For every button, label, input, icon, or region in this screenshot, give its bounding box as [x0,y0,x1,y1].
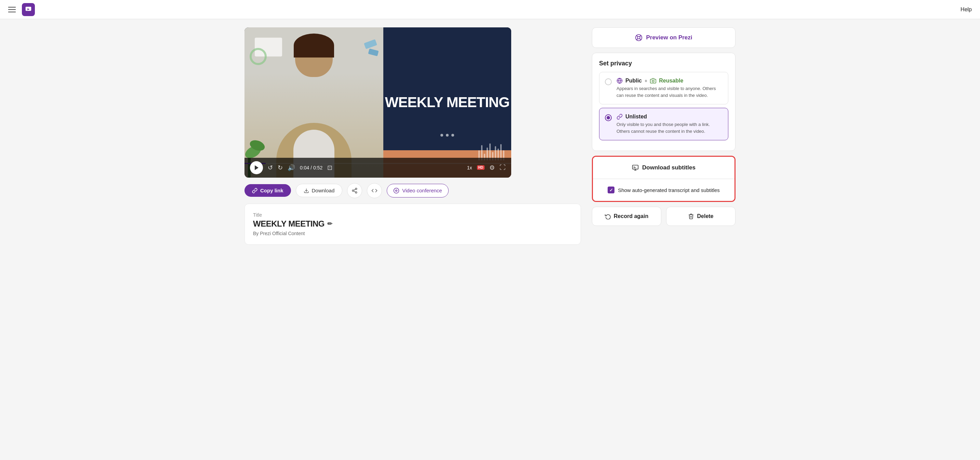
video-thumbnail: WEEKLY MEETING [245,27,511,177]
subtitles-section: Download subtitles Show auto-generated t… [592,156,735,202]
record-again-button[interactable]: Record again [592,207,661,226]
privacy-unlisted-header: Unlisted [617,113,722,120]
radio-unlisted[interactable] [605,114,612,121]
radio-public[interactable] [605,78,612,85]
right-controls: 1x HD ⚙ ⛶ [467,164,506,171]
transcript-toggle[interactable]: Show auto-generated transcript and subti… [593,179,735,201]
privacy-title: Set privacy [599,60,728,67]
settings-icon[interactable]: ⚙ [489,164,495,171]
action-bar: Copy link Download [245,183,581,204]
transcript-checkbox[interactable] [608,187,614,193]
time-display: 0:04 / 0:52 [300,165,323,171]
blue-item-1 [364,39,377,49]
reusable-label: Reusable [659,78,683,84]
help-link[interactable]: Help [961,6,972,13]
privacy-public-header: Public + Reusable [617,78,722,84]
forward-icon[interactable]: ↻ [278,164,283,171]
left-column: WEEKLY MEETING [245,27,581,245]
volume-icon[interactable]: 🔊 [288,164,295,171]
copy-link-button[interactable]: Copy link [245,184,291,197]
svg-line-14 [640,39,641,40]
unlisted-label: Unlisted [625,113,647,120]
svg-point-20 [652,80,654,82]
play-button[interactable] [250,161,263,174]
svg-line-16 [640,35,641,37]
svg-line-7 [354,191,356,192]
title-label: Title [253,212,573,218]
title-value: WEEKLY MEETING ✏ [253,219,573,228]
svg-rect-21 [633,165,638,169]
share-button[interactable] [347,183,362,198]
svg-point-4 [355,188,357,190]
person-hair [294,34,334,58]
download-button[interactable]: Download [296,184,343,197]
svg-marker-2 [255,165,259,170]
menu-icon[interactable] [8,7,16,12]
video-slide-area: WEEKLY MEETING [383,27,511,177]
speed-label[interactable]: 1x [467,165,472,171]
privacy-option-public[interactable]: Public + Reusable Appears in searches an… [599,72,728,104]
privacy-option-unlisted[interactable]: Unlisted Only visible to you and those p… [599,108,728,141]
person-silhouette [245,27,383,177]
title-section: Title WEEKLY MEETING ✏ By Prezi Official… [245,204,581,245]
svg-line-17 [637,39,638,40]
by-line: By Prezi Official Content [253,231,573,236]
subtitle-icon[interactable]: ⊡ [327,164,332,171]
preview-prezi-button[interactable]: Preview on Prezi [592,27,735,48]
svg-point-12 [638,36,640,39]
edit-title-icon[interactable]: ✏ [327,220,332,228]
download-subtitles-button[interactable]: Download subtitles [593,157,735,179]
privacy-public-desc: Appears in searches and visible to anyon… [617,85,722,99]
bottom-actions: Record again Delete [592,207,735,226]
embed-button[interactable] [367,183,382,198]
main-layout: WEEKLY MEETING [234,19,746,253]
app-logo[interactable] [22,3,35,16]
video-slide-title: WEEKLY MEETING [385,94,509,110]
svg-line-13 [637,35,638,37]
svg-point-10 [396,190,397,192]
privacy-public-content: Public + Reusable Appears in searches an… [617,78,722,99]
header-left [8,3,35,16]
right-column: Preview on Prezi Set privacy Public + [592,27,735,245]
app-header: Help [0,0,980,19]
rewind-icon[interactable]: ↺ [268,164,273,171]
ring-decor [250,48,267,65]
svg-line-8 [354,189,356,190]
delete-button[interactable]: Delete [666,207,735,226]
svg-point-5 [352,190,354,192]
svg-point-6 [355,192,357,193]
blue-item-2 [368,49,379,56]
hd-badge: HD [477,165,485,170]
fullscreen-icon[interactable]: ⛶ [500,164,506,171]
privacy-unlisted-desc: Only visible to you and those people wit… [617,121,722,134]
video-controls: ↺ ↻ 🔊 0:04 / 0:52 ⊡ 1x HD ⚙ ⛶ [245,158,511,177]
privacy-card: Set privacy Public + [592,53,735,151]
public-label: Public [625,78,642,84]
video-person-area [245,27,383,177]
slide-dots [441,134,454,137]
svg-point-9 [394,188,399,193]
video-player: WEEKLY MEETING [245,27,511,177]
privacy-unlisted-content: Unlisted Only visible to you and those p… [617,113,722,134]
video-conference-button[interactable]: Video conference [387,184,448,198]
